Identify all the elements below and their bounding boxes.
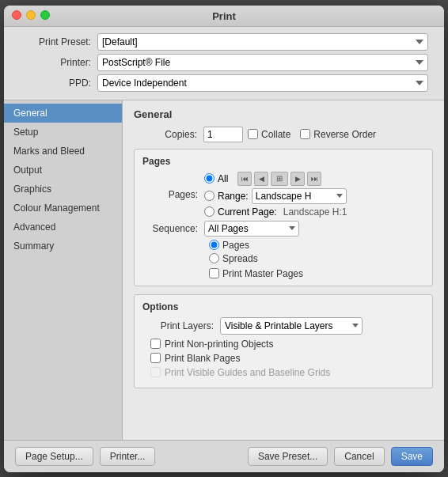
sidebar-item-summary[interactable]: Summary xyxy=(4,237,122,256)
sidebar-item-advanced[interactable]: Advanced xyxy=(4,218,122,237)
sidebar-item-graphics[interactable]: Graphics xyxy=(4,180,122,199)
section-title: General xyxy=(134,108,433,120)
sidebar-item-setup[interactable]: Setup xyxy=(4,123,122,142)
pages-type-radio[interactable] xyxy=(209,240,219,250)
maximize-button[interactable] xyxy=(40,10,50,20)
page-indicator-button[interactable]: ⊞ xyxy=(271,172,288,186)
copies-label: Copies: xyxy=(134,129,197,140)
sidebar-item-output[interactable]: Output xyxy=(4,161,122,180)
range-label: Range: xyxy=(218,191,249,202)
sidebar-item-marks-and-bleed[interactable]: Marks and Bleed xyxy=(4,142,122,161)
print-master-checkbox[interactable] xyxy=(209,268,219,278)
printer-label: Printer: xyxy=(20,57,91,68)
non-printing-label: Print Non-printing Objects xyxy=(165,339,273,350)
print-dialog: Print Print Preset: [Default] Printer: P… xyxy=(4,6,444,472)
current-page-label: Current Page: xyxy=(218,206,277,218)
pages-field-label: Pages: xyxy=(142,189,198,200)
ppd-label: PPD: xyxy=(20,78,91,89)
content-area: General Copies: Collate Reverse Order Pa… xyxy=(123,100,444,440)
printer-select[interactable]: PostScript® File xyxy=(97,54,428,71)
current-page-value: Landscape H:1 xyxy=(283,206,347,218)
traffic-lights xyxy=(12,10,50,20)
current-page-radio[interactable] xyxy=(204,206,215,217)
sequence-row: Sequence: All Pages xyxy=(142,221,424,237)
print-layers-label: Print Layers: xyxy=(142,320,214,331)
visible-guides-row: Print Visible Guides and Baseline Grids xyxy=(150,367,424,378)
last-page-button[interactable]: ⏭ xyxy=(307,172,321,186)
next-page-button[interactable]: ▶ xyxy=(290,172,305,186)
preset-row: Print Preset: [Default] xyxy=(20,33,428,51)
sidebar: General Setup Marks and Bleed Output Gra… xyxy=(4,100,123,440)
printer-button[interactable]: Printer... xyxy=(100,447,156,466)
prev-page-button[interactable]: ◀ xyxy=(254,172,268,186)
blank-pages-label: Print Blank Pages xyxy=(165,353,240,364)
preset-select[interactable]: [Default] xyxy=(97,33,428,51)
spreads-radio-row: Spreads xyxy=(209,253,424,264)
options-section: Options Print Layers: Visible & Printabl… xyxy=(134,294,433,388)
title-bar: Print xyxy=(4,6,444,27)
cancel-button[interactable]: Cancel xyxy=(334,447,384,466)
spreads-label: Spreads xyxy=(222,253,258,264)
sidebar-item-colour-management[interactable]: Colour Management xyxy=(4,199,122,218)
print-master-row: Print Master Pages xyxy=(209,268,424,279)
minimize-button[interactable] xyxy=(26,10,36,20)
collate-label: Collate xyxy=(261,129,290,140)
page-setup-button[interactable]: Page Setup... xyxy=(15,447,93,466)
collate-checkbox[interactable] xyxy=(248,129,258,139)
all-radio[interactable] xyxy=(204,173,215,184)
spreads-radio[interactable] xyxy=(209,253,219,263)
pages-radio-row-inner: Pages xyxy=(209,240,424,251)
reverse-order-label: Reverse Order xyxy=(313,129,376,140)
blank-pages-row: Print Blank Pages xyxy=(150,353,424,364)
close-button[interactable] xyxy=(12,10,21,20)
reverse-order-checkbox[interactable] xyxy=(300,129,310,139)
print-layers-row: Print Layers: Visible & Printable Layers xyxy=(142,317,424,335)
save-preset-button[interactable]: Save Preset... xyxy=(248,447,328,466)
ppd-row: PPD: Device Independent xyxy=(20,74,428,92)
main-body: General Setup Marks and Bleed Output Gra… xyxy=(4,100,444,440)
copies-row: Copies: Collate Reverse Order xyxy=(134,127,433,142)
save-button[interactable]: Save xyxy=(391,447,433,466)
page-type-radios: Pages Spreads Print Master Pages xyxy=(209,240,424,279)
non-printing-checkbox[interactable] xyxy=(150,339,161,349)
reverse-order-checkbox-wrapper: Reverse Order xyxy=(300,129,376,140)
print-layers-select[interactable]: Visible & Printable Layers xyxy=(220,317,363,335)
header-section: Print Preset: [Default] Printer: PostScr… xyxy=(4,27,444,100)
first-page-button[interactable]: ⏮ xyxy=(237,172,252,186)
ppd-select[interactable]: Device Independent xyxy=(97,74,428,92)
sequence-select[interactable]: All Pages xyxy=(204,221,299,237)
pages-radio-row: Pages: All ⏮ ◀ ⊞ ▶ ⏭ xyxy=(142,172,424,218)
footer: Page Setup... Printer... Save Preset... … xyxy=(4,440,444,472)
range-radio[interactable] xyxy=(204,191,215,201)
blank-pages-checkbox[interactable] xyxy=(150,353,161,363)
visible-guides-checkbox xyxy=(150,367,161,377)
range-select[interactable]: Landscape H xyxy=(252,188,347,204)
dialog-title: Print xyxy=(212,10,236,22)
preset-label: Print Preset: xyxy=(20,36,91,47)
options-title: Options xyxy=(142,301,424,312)
non-printing-row: Print Non-printing Objects xyxy=(150,339,424,350)
copies-input[interactable] xyxy=(203,127,243,142)
collate-checkbox-wrapper: Collate xyxy=(248,129,290,140)
print-master-label: Print Master Pages xyxy=(222,268,303,279)
pages-section-title: Pages xyxy=(142,156,424,167)
pages-type-label: Pages xyxy=(222,240,249,251)
sequence-label: Sequence: xyxy=(142,223,198,234)
sidebar-item-general[interactable]: General xyxy=(4,104,122,123)
printer-row: Printer: PostScript® File xyxy=(20,54,428,71)
all-label: All xyxy=(218,173,228,184)
visible-guides-label: Print Visible Guides and Baseline Grids xyxy=(165,367,330,378)
nav-buttons: ⏮ ◀ ⊞ ▶ ⏭ xyxy=(237,172,321,186)
pages-section: Pages Pages: All ⏮ ◀ ⊞ ▶ xyxy=(134,149,433,286)
